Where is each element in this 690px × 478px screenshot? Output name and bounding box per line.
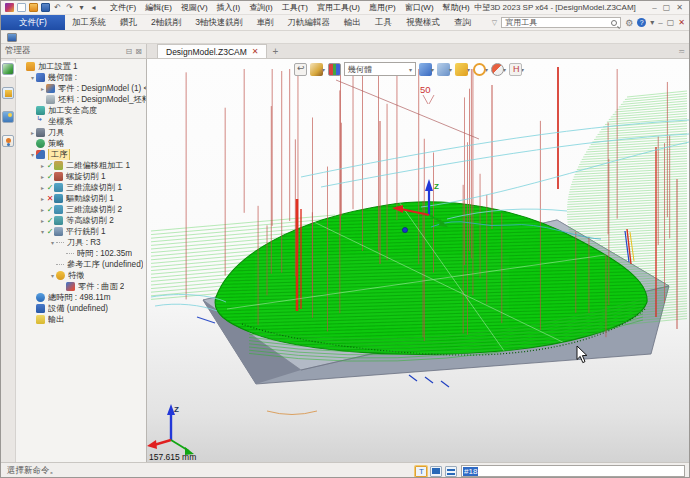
- combo-caret-icon[interactable]: ▾: [409, 66, 412, 73]
- tree-row[interactable]: 坯料 : DesignModel_坯料.: [16, 94, 146, 105]
- ribbon-tab[interactable]: 輸出: [337, 15, 368, 30]
- settings-gear-icon[interactable]: ⚙: [625, 18, 633, 28]
- dropdown-caret-icon[interactable]: ▾: [449, 66, 452, 73]
- close-window-icon[interactable]: ✕: [676, 3, 683, 12]
- ribbon-tab[interactable]: 刀軌編輯器: [280, 15, 337, 30]
- menu-item[interactable]: 文件(F): [106, 1, 140, 14]
- tree-row[interactable]: ▸✓三維流線切削 2: [16, 204, 146, 215]
- ribbon-tab[interactable]: 工具: [368, 15, 399, 30]
- dropdown-caret-icon[interactable]: ▾: [322, 66, 325, 73]
- expander-icon[interactable]: ▾: [29, 74, 36, 81]
- render-tab-icon[interactable]: [2, 111, 14, 123]
- tree-row[interactable]: ▸✓螺旋切削 1: [16, 171, 146, 182]
- display-monitor-icon[interactable]: [430, 466, 442, 477]
- role-tab-icon[interactable]: [2, 135, 14, 147]
- ribbon-collapse-icon[interactable]: ▽: [492, 19, 497, 27]
- menu-item[interactable]: 編輯(E): [141, 1, 176, 14]
- tree-row[interactable]: ▸✓二維偏移粗加工 1: [16, 160, 146, 171]
- view-section-icon[interactable]: [509, 63, 522, 76]
- expander-icon[interactable]: ▾: [49, 239, 56, 246]
- open-file-icon[interactable]: [29, 3, 38, 12]
- ribbon-tab[interactable]: 視覺樣式: [399, 15, 447, 30]
- new-tab-button[interactable]: +: [267, 45, 283, 58]
- expander-icon[interactable]: ▸: [39, 184, 46, 191]
- close-panel-icon[interactable]: ⊠: [135, 47, 142, 56]
- tree-row[interactable]: 設備 (undefined): [16, 303, 146, 314]
- minimize-ribbon-icon[interactable]: –: [658, 18, 662, 27]
- save-icon[interactable]: [41, 3, 50, 12]
- dropdown-caret-icon[interactable]: ▾: [503, 66, 506, 73]
- dropdown-caret-icon[interactable]: ▾: [467, 66, 470, 73]
- menu-item[interactable]: 幫助(H): [439, 1, 474, 14]
- prompt-box-icon[interactable]: [415, 466, 427, 477]
- utility-search-box[interactable]: 實用工具: [501, 17, 621, 28]
- expander-icon[interactable]: ▸: [39, 173, 46, 180]
- dock-panel-icon[interactable]: ⊟: [126, 47, 133, 56]
- tree-row[interactable]: ▸✕驅動線切削 1: [16, 193, 146, 204]
- display-filter-combo[interactable]: 幾何體▾: [344, 62, 416, 76]
- expander-icon[interactable]: ▸: [39, 206, 46, 213]
- expander-icon[interactable]: ▾: [49, 272, 56, 279]
- file-menu-button[interactable]: 文件(F): [1, 15, 65, 30]
- expander-icon[interactable]: ▸: [39, 195, 46, 202]
- dropdown-caret-icon[interactable]: ▾: [485, 66, 488, 73]
- close-document-icon[interactable]: ✕: [678, 18, 685, 27]
- tree-row[interactable]: ▸零件 : DesignModel (1) <: [16, 83, 146, 94]
- undo-icon[interactable]: ↶: [53, 3, 62, 12]
- color-bar-icon[interactable]: [328, 63, 341, 76]
- expander-icon[interactable]: ▾: [39, 228, 46, 235]
- tree-row[interactable]: 零件 : 曲面 2: [16, 281, 146, 292]
- tree-row[interactable]: 坐標系: [16, 116, 146, 127]
- menu-item[interactable]: 工具(T): [278, 1, 312, 14]
- tree-row[interactable]: ▾工序: [16, 149, 146, 160]
- restore-document-icon[interactable]: ▢: [667, 18, 675, 27]
- output-tool-icon[interactable]: [7, 33, 17, 42]
- tree-row[interactable]: 參考工序 (undefined): [16, 259, 146, 270]
- ribbon-tab[interactable]: 加工系統: [65, 15, 113, 30]
- redo-icon[interactable]: ↷: [65, 3, 74, 12]
- tree-row[interactable]: 輸出: [16, 314, 146, 325]
- menu-item[interactable]: 應用(P): [365, 1, 400, 14]
- ribbon-tab[interactable]: 車削: [249, 15, 280, 30]
- minimize-window-icon[interactable]: –: [652, 3, 656, 12]
- menu-item[interactable]: 視圖(V): [177, 1, 212, 14]
- expander-icon[interactable]: ▾: [29, 151, 36, 158]
- search-icon[interactable]: [611, 20, 617, 26]
- expander-icon[interactable]: ▸: [39, 85, 46, 92]
- document-tab[interactable]: DesignModel.Z3CAM ✕: [157, 44, 267, 58]
- tree-row[interactable]: 策略: [16, 138, 146, 149]
- toolbar-dropdown-icon[interactable]: ▾: [77, 3, 86, 12]
- ribbon-tab[interactable]: 3軸快速銑削: [188, 15, 249, 30]
- viewport-canvas[interactable]: 50 Z: [147, 59, 689, 462]
- tree-row[interactable]: ▸✓等高線切削 2: [16, 215, 146, 226]
- menu-item[interactable]: 窗口(W): [401, 1, 438, 14]
- shape-tab-icon[interactable]: [2, 87, 14, 99]
- expander-icon[interactable]: ▸: [29, 129, 36, 136]
- ribbon-tab[interactable]: 2軸銑削: [144, 15, 188, 30]
- layer-list-icon[interactable]: [445, 466, 457, 477]
- tree-row[interactable]: 加工安全高度: [16, 105, 146, 116]
- cam-manager-tab-icon[interactable]: [2, 63, 14, 75]
- menu-item[interactable]: 查詢(I): [245, 1, 277, 14]
- tree-row[interactable]: ▸刀具: [16, 127, 146, 138]
- exit-environment-icon[interactable]: [294, 63, 307, 76]
- tree-row[interactable]: 時間 : 102.35m: [16, 248, 146, 259]
- ribbon-tab[interactable]: 查詢: [447, 15, 478, 30]
- tree-row[interactable]: ▾特徵: [16, 270, 146, 281]
- app-logo-icon[interactable]: [5, 3, 14, 12]
- tree-row[interactable]: ▸✓三維流線切削 1: [16, 182, 146, 193]
- close-tab-icon[interactable]: ✕: [252, 47, 259, 56]
- menu-item[interactable]: 插入(I): [213, 1, 245, 14]
- expander-icon[interactable]: ▸: [39, 217, 46, 224]
- dropdown-caret-icon[interactable]: ▾: [431, 66, 434, 73]
- menu-item[interactable]: 實用工具(U): [313, 1, 364, 14]
- help-icon[interactable]: ?: [637, 18, 646, 27]
- tab-overflow-icon[interactable]: ≂: [678, 47, 685, 56]
- tree-row[interactable]: 總時間 : 498.11m: [16, 292, 146, 303]
- tree-row[interactable]: 加工設置 1: [16, 61, 146, 72]
- new-file-icon[interactable]: [17, 3, 26, 12]
- layer-input[interactable]: #18: [461, 465, 685, 477]
- maximize-window-icon[interactable]: ▢: [663, 3, 671, 12]
- collapse-left-icon[interactable]: ◂: [89, 3, 98, 12]
- ribbon-tab[interactable]: 鑽孔: [113, 15, 144, 30]
